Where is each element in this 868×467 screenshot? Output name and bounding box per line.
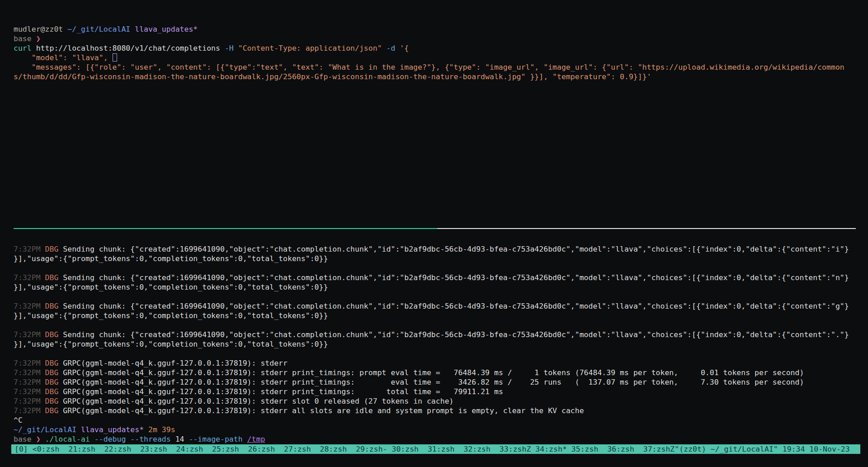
log-pane-bottom[interactable]: 7:32PM DBG Sending chunk: {"created":169… (14, 244, 849, 444)
terminal-line: "messages": [{"role": "user", "content":… (14, 62, 844, 72)
terminal-text-segment: -d (387, 44, 396, 52)
terminal-line (14, 263, 849, 273)
terminal-text-segment: 7:32PM (14, 359, 41, 367)
terminal-text-segment (41, 330, 45, 339)
terminal-line: 7:32PM DBG Sending chunk: {"created":169… (14, 273, 849, 282)
terminal-text-segment (41, 245, 45, 253)
terminal-text-segment: DBG (45, 406, 59, 415)
terminal-text-segment: Sending chunk: {"created":1699641090,"ob… (58, 302, 849, 310)
terminal-text-segment: s/thumb/d/dd/Gfp-wisconsin-madison-the-n… (14, 72, 651, 81)
terminal-text-segment (76, 425, 81, 434)
terminal-text-segment: "Content-Type: application/json" (238, 44, 382, 52)
terminal-text-segment: 7:32PM (14, 387, 41, 396)
terminal-text-segment: 7:32PM (14, 368, 41, 377)
terminal-text-segment: GRPC(ggml-model-q4_k.gguf-127.0.0.1:3781… (58, 368, 804, 377)
terminal-line (14, 349, 849, 358)
terminal-text-segment (130, 25, 135, 33)
terminal-text-segment: ❯ (36, 34, 41, 43)
terminal-text-segment: ^C (14, 416, 23, 424)
terminal-line: }],"usage":{"prompt_tokens":0,"completio… (14, 311, 849, 320)
terminal-text-segment: ❯ (36, 435, 41, 443)
terminal-text-segment: 7:32PM (14, 406, 41, 415)
terminal-text-segment: ./local-ai (45, 435, 90, 443)
terminal-text-segment: base (14, 435, 36, 443)
terminal-text-segment (41, 378, 45, 386)
terminal-line: 7:32PM DBG GRPC(ggml-model-q4_k.gguf-127… (14, 387, 849, 396)
terminal-text-segment: GRPC(ggml-model-q4_k.gguf-127.0.0.1:3781… (58, 359, 288, 367)
terminal-text-segment: }],"usage":{"prompt_tokens":0,"completio… (14, 311, 328, 320)
terminal-text-segment (243, 435, 247, 443)
terminal-text-segment: llava_updates* (135, 25, 198, 33)
terminal-text-segment: /tmp (247, 435, 265, 443)
terminal-text-segment: "model": "llava", (14, 53, 113, 62)
terminal-text-segment: llava_updates* (81, 425, 144, 434)
terminal-line: base ❯ ./local-ai --debug --threads 14 -… (14, 434, 849, 444)
terminal-text-segment: -H (225, 44, 234, 52)
terminal-text-segment: DBG (45, 397, 59, 405)
terminal-text-segment (126, 435, 130, 443)
terminal-text-segment (234, 44, 238, 52)
terminal-text-segment: GRPC(ggml-model-q4_k.gguf-127.0.0.1:3781… (58, 406, 584, 415)
terminal-text-segment (41, 359, 45, 367)
terminal-text-segment: --debug (94, 435, 126, 443)
terminal-text-segment: mudler@zz0t (14, 25, 67, 33)
terminal-text-segment: DBG (45, 273, 59, 282)
terminal-text-segment (41, 302, 45, 310)
terminal-text-segment: 7:32PM (14, 245, 41, 253)
terminal-text-segment: base (14, 34, 36, 43)
terminal-text-segment: 7:32PM (14, 273, 41, 282)
terminal-text-segment: ~/_git/LocalAI (14, 425, 76, 434)
terminal-line: 7:32PM DBG GRPC(ggml-model-q4_k.gguf-127… (14, 406, 849, 415)
terminal-line: s/thumb/d/dd/Gfp-wisconsin-madison-the-n… (14, 72, 844, 81)
terminal-text-segment (41, 406, 45, 415)
terminal-text-segment: --threads (130, 435, 170, 443)
terminal-text-segment: 14 (171, 435, 189, 443)
tmux-status-bar[interactable]: [0] <0:zsh 21:zsh 22:zsh 23:zsh 24:zsh 2… (11, 444, 860, 454)
terminal-line: ~/_git/LocalAI llava_updates* 2m 39s (14, 425, 849, 434)
terminal-screen[interactable]: mudler@zz0t ~/_git/LocalAI llava_updates… (0, 0, 868, 467)
terminal-text-segment: "messages": [{"role": "user", "content":… (14, 63, 844, 71)
terminal-text-segment (395, 44, 400, 52)
shell-pane-top[interactable]: mudler@zz0t ~/_git/LocalAI llava_updates… (14, 24, 844, 81)
tmux-window-list[interactable]: [0] <0:zsh 21:zsh 22:zsh 23:zsh 24:zsh 2… (14, 444, 675, 454)
terminal-text-segment: DBG (45, 359, 59, 367)
terminal-line: }],"usage":{"prompt_tokens":0,"completio… (14, 254, 849, 263)
terminal-text-segment: 7:32PM (14, 397, 41, 405)
terminal-text-segment: 7:32PM (14, 378, 41, 386)
terminal-text-segment: GRPC(ggml-model-q4_k.gguf-127.0.0.1:3781… (58, 378, 804, 386)
terminal-line: 7:32PM DBG GRPC(ggml-model-q4_k.gguf-127… (14, 377, 849, 387)
terminal-text-segment: curl (14, 44, 32, 52)
terminal-line (14, 320, 849, 330)
terminal-line: base ❯ (14, 34, 844, 43)
terminal-line: 7:32PM DBG GRPC(ggml-model-q4_k.gguf-127… (14, 396, 849, 406)
terminal-line: 7:32PM DBG Sending chunk: {"created":169… (14, 301, 849, 311)
pane-divider-active-segment (14, 228, 437, 229)
terminal-text-segment: DBG (45, 387, 59, 396)
terminal-text-segment: GRPC(ggml-model-q4_k.gguf-127.0.0.1:3781… (58, 397, 453, 405)
terminal-text-segment: 7:32PM (14, 302, 41, 310)
terminal-text-segment: DBG (45, 330, 59, 339)
terminal-text-segment: 7:32PM (14, 330, 41, 339)
terminal-text-segment: DBG (45, 368, 59, 377)
terminal-text-segment: Sending chunk: {"created":1699641090,"ob… (58, 245, 849, 253)
terminal-text-segment: --image-path (189, 435, 242, 443)
terminal-line: }],"usage":{"prompt_tokens":0,"completio… (14, 339, 849, 349)
terminal-text-segment: }],"usage":{"prompt_tokens":0,"completio… (14, 283, 328, 291)
terminal-text-segment: http://localhost:8080/v1/chat/completion… (32, 44, 225, 52)
terminal-text-segment (144, 425, 148, 434)
terminal-text-segment: DBG (45, 245, 59, 253)
terminal-line: ^C (14, 415, 849, 425)
terminal-text-segment: Sending chunk: {"created":1699641090,"ob… (58, 273, 849, 282)
terminal-text-segment: }],"usage":{"prompt_tokens":0,"completio… (14, 340, 328, 348)
terminal-line: curl http://localhost:8080/v1/chat/compl… (14, 43, 844, 53)
terminal-text-segment (382, 44, 387, 52)
terminal-text-segment: '{ (400, 44, 409, 52)
terminal-line: }],"usage":{"prompt_tokens":0,"completio… (14, 282, 849, 292)
terminal-text-segment: ~/_git/LocalAI (67, 25, 130, 33)
tmux-pane-divider[interactable] (14, 228, 856, 229)
terminal-line: 7:32PM DBG GRPC(ggml-model-q4_k.gguf-127… (14, 368, 849, 377)
terminal-line: 7:32PM DBG Sending chunk: {"created":169… (14, 244, 849, 254)
terminal-line: 7:32PM DBG Sending chunk: {"created":169… (14, 330, 849, 339)
terminal-text-segment (90, 435, 94, 443)
terminal-text-segment: Sending chunk: {"created":1699641090,"ob… (58, 330, 849, 339)
